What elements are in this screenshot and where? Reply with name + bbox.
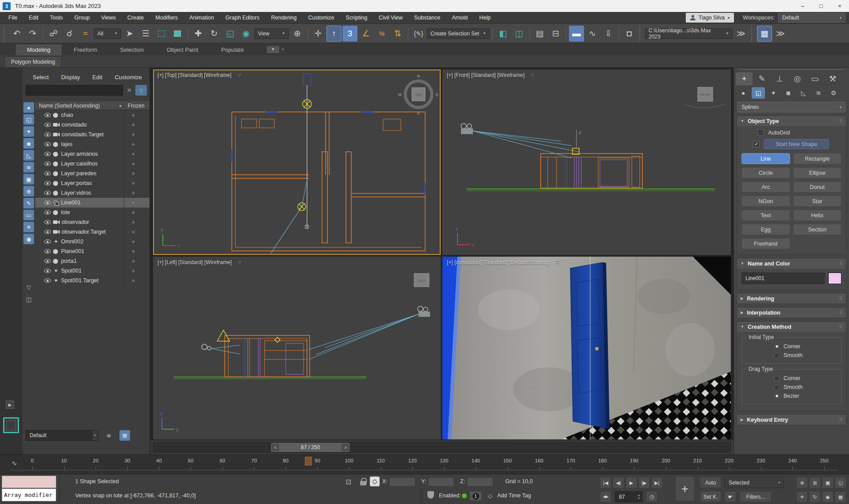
snaps-toggle-3d-button[interactable]: 3: [342, 26, 357, 42]
selection-filter-dropdown[interactable]: All▼: [94, 28, 121, 39]
line-button[interactable]: Line: [741, 153, 790, 164]
visibility-eye-icon[interactable]: [44, 249, 51, 254]
explorer-menu-select[interactable]: Select: [33, 74, 49, 81]
add-time-tag[interactable]: Add Time Tag: [497, 492, 531, 499]
toggle-ribbon-button[interactable]: ▬: [569, 26, 584, 42]
systems-category[interactable]: ⚙: [827, 87, 840, 99]
ribbon-tab-selection[interactable]: Selection: [109, 44, 155, 55]
rectangle-button[interactable]: Rectangle: [793, 153, 842, 164]
object-name-field[interactable]: Line001: [741, 273, 825, 284]
drag-type-bezier-radio[interactable]: [774, 393, 780, 399]
motion-tab[interactable]: ◎: [789, 72, 806, 85]
geometry-category[interactable]: ●: [737, 87, 750, 99]
select-object-button[interactable]: ➤: [122, 26, 137, 42]
frozen-toggle-icon[interactable]: ✳: [124, 217, 150, 227]
space-warps-category[interactable]: ≋: [812, 87, 825, 99]
display-frozen-filter[interactable]: ✳: [23, 222, 34, 232]
list-item-lote[interactable]: lote✳: [35, 208, 150, 217]
maxscript-listener-button[interactable]: {✎}: [411, 26, 426, 42]
hierarchy-tab[interactable]: ⊥: [771, 72, 788, 85]
ribbon-tab-modeling[interactable]: Modeling: [15, 44, 62, 55]
frozen-toggle-icon[interactable]: ✳: [124, 178, 150, 188]
menu-arnold[interactable]: Arnold: [446, 12, 473, 23]
visibility-eye-icon[interactable]: [44, 162, 51, 166]
display-shapes-filter[interactable]: ◱: [23, 114, 34, 125]
time-configuration-button[interactable]: ◷: [646, 491, 657, 502]
explorer-menu-display[interactable]: Display: [61, 74, 80, 81]
visibility-eye-icon[interactable]: [44, 191, 51, 195]
viewport-filter-icon[interactable]: ▽: [556, 260, 560, 265]
zoom-region-button[interactable]: ◱: [835, 477, 846, 489]
display-helpers-filter[interactable]: ◺: [23, 150, 34, 161]
visibility-eye-icon[interactable]: [44, 278, 51, 283]
use-pivot-point-center-button[interactable]: ⊕: [290, 26, 305, 42]
ngon-button[interactable]: NGon: [741, 196, 790, 207]
select-and-move-button[interactable]: ✚: [191, 26, 206, 42]
rollout-grip-icon[interactable]: ⠿: [839, 119, 842, 123]
frozen-toggle-icon[interactable]: ✳: [124, 120, 150, 130]
viewport-filter-icon[interactable]: ▽: [238, 73, 241, 78]
percent-snap-toggle-button[interactable]: %: [374, 26, 389, 42]
current-frame-marker[interactable]: [305, 457, 312, 466]
egg-button[interactable]: Egg: [741, 224, 790, 235]
helix-button[interactable]: Helix: [793, 210, 842, 221]
track-bar[interactable]: ∿ 01020304050607080901001101201301401501…: [0, 454, 849, 474]
drag-type-smooth-radio[interactable]: [774, 385, 780, 390]
user-account-menu[interactable]: Tiago Silva ▾: [686, 13, 734, 23]
display-containers-filter[interactable]: ⊕: [23, 186, 34, 196]
frozen-column-header[interactable]: Frozen: [124, 103, 150, 109]
visibility-eye-icon[interactable]: [44, 239, 51, 244]
ribbon-minimize-button[interactable]: ▼: [267, 46, 279, 53]
start-new-shape-checkbox[interactable]: ✓: [753, 141, 760, 147]
viewport-front-label[interactable]: [+] [Front] [Standard] [Wireframe]: [447, 72, 525, 78]
menu-customize[interactable]: Customize: [302, 12, 340, 23]
viewport-left[interactable]: [+] [Left] [Standard] [Wireframe] ▽: [153, 257, 441, 439]
viewport-front[interactable]: [+] [Front] [Standard] [Wireframe] ▽: [442, 69, 731, 255]
chevron-down-icon[interactable]: ▾: [92, 430, 98, 441]
create-tab[interactable]: +: [736, 72, 753, 85]
play-button[interactable]: ▶: [626, 477, 637, 489]
isolate-selection-icon[interactable]: [3, 417, 19, 433]
list-item-plane001[interactable]: Plane001✳: [35, 246, 150, 256]
star-button[interactable]: Star: [793, 196, 842, 207]
utilities-tab[interactable]: ⚒: [824, 72, 841, 85]
start-new-shape-button[interactable]: Start New Shape: [764, 139, 829, 149]
viewport-top[interactable]: [+] [Top] [Standard] [Wireframe] ▽: [153, 69, 441, 255]
lights-category[interactable]: ✦: [767, 87, 780, 99]
rollout-grip-icon[interactable]: ⠿: [839, 310, 842, 315]
list-item-layer-paredes[interactable]: Layer:paredes✳: [35, 169, 150, 178]
initial-type-corner-radio[interactable]: [774, 344, 780, 350]
select-and-uniform-scale-button[interactable]: ◱: [223, 26, 238, 42]
set-keys-button[interactable]: +: [675, 476, 695, 501]
go-to-end-button[interactable]: ▶|: [651, 477, 663, 489]
frozen-toggle-icon[interactable]: ✳: [124, 130, 150, 139]
visibility-eye-icon[interactable]: [44, 123, 51, 127]
filter-combinations-button[interactable]: ▽: [23, 282, 34, 292]
menu-help[interactable]: Help: [473, 12, 496, 23]
explorer-preset-dropdown[interactable]: Default: [26, 430, 92, 441]
display-cameras-filter[interactable]: ◙: [23, 138, 34, 149]
material-editor-button[interactable]: ◘: [622, 26, 637, 42]
rollout-grip-icon[interactable]: ⠿: [839, 296, 842, 301]
adaptive-degradation-shield-icon[interactable]: [427, 491, 434, 499]
menu-animation[interactable]: Animation: [184, 12, 220, 23]
list-item-line001[interactable]: Line001✳: [35, 198, 150, 208]
frozen-toggle-icon[interactable]: ✳: [124, 188, 150, 198]
viewport-top-label[interactable]: [+] [Top] [Standard] [Wireframe]: [158, 72, 231, 78]
visibility-eye-icon[interactable]: [44, 269, 51, 273]
helpers-category[interactable]: ◺: [797, 87, 810, 99]
menu-rendering[interactable]: Rendering: [265, 12, 303, 23]
freehand-button[interactable]: Freehand: [741, 238, 790, 249]
select-and-rotate-button[interactable]: ↻: [207, 26, 222, 42]
interpolation-rollout-header[interactable]: ▶ Interpolation ⠿: [737, 308, 846, 318]
ribbon-tab-object-paint[interactable]: Object Paint: [155, 44, 210, 55]
absolute-mode-button[interactable]: ◇: [370, 477, 380, 486]
visibility-eye-icon[interactable]: [44, 132, 51, 137]
drag-type-corner-radio[interactable]: [774, 376, 780, 381]
initial-type-smooth-radio[interactable]: [774, 353, 780, 358]
minimize-button[interactable]: –: [793, 0, 812, 12]
display-groups-filter[interactable]: ▣: [23, 174, 34, 185]
render-chevron[interactable]: ≫: [773, 26, 788, 42]
pan-button[interactable]: ✛: [796, 491, 808, 503]
text-button[interactable]: Text: [741, 210, 790, 221]
